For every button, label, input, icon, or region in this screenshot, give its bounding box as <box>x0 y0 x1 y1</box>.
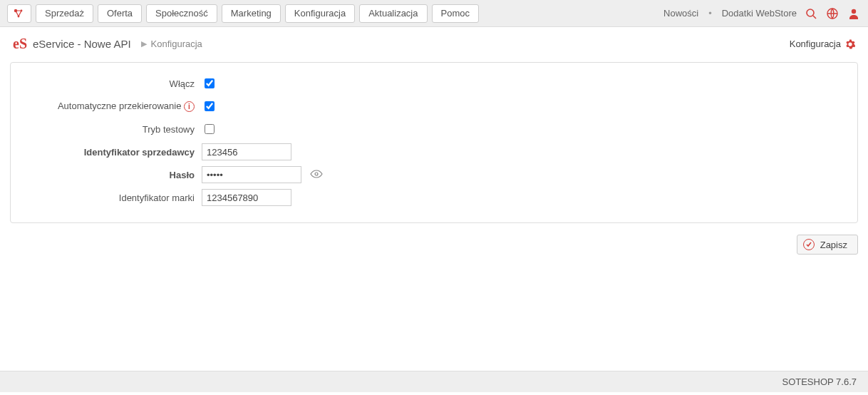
menu-item-pomoc[interactable]: Pomoc <box>432 4 479 23</box>
input-password[interactable] <box>202 166 301 183</box>
logo-icon <box>13 8 26 19</box>
menu-item-konfiguracja[interactable]: Konfiguracja <box>285 4 355 23</box>
menu-item-marketing[interactable]: Marketing <box>222 4 281 23</box>
row-password: Hasło <box>22 164 846 185</box>
row-merchant-id: Identyfikator sprzedawcy <box>22 141 846 163</box>
menu-item-sprzedaz[interactable]: Sprzedaż <box>36 4 93 23</box>
row-enable: Włącz <box>22 73 846 94</box>
svg-point-7 <box>315 173 318 175</box>
check-circle-icon <box>803 239 815 250</box>
topbar-right: Nowości • Dodatki WebStore <box>663 6 861 21</box>
label-test-mode: Tryb testowy <box>22 124 202 135</box>
info-icon[interactable]: i <box>184 101 195 112</box>
config-panel: Włącz Automatyczne przekierowanie i Tryb… <box>10 62 858 223</box>
menu-item-aktualizacja[interactable]: Aktualizacja <box>359 4 427 23</box>
row-brand-id: Identyfikator marki <box>22 187 846 208</box>
save-button[interactable]: Zapisz <box>797 235 858 255</box>
topbar: Sprzedaż Oferta Społeczność Marketing Ko… <box>0 0 868 27</box>
news-link[interactable]: Nowości <box>663 8 698 19</box>
separator-dot: • <box>706 8 715 19</box>
page-title: eService - Nowe API <box>33 38 131 50</box>
breadcrumb-sub: Konfiguracja <box>151 39 202 49</box>
eye-icon[interactable] <box>310 170 323 180</box>
row-test-mode: Tryb testowy <box>22 118 846 140</box>
breadcrumb-right: Konfiguracja <box>790 39 855 49</box>
label-merchant-id: Identyfikator sprzedawcy <box>22 147 202 158</box>
input-merchant-id[interactable] <box>202 143 291 160</box>
checkbox-enable[interactable] <box>205 78 215 88</box>
svg-line-4 <box>813 16 816 19</box>
input-brand-id[interactable] <box>202 189 291 206</box>
logo-button[interactable] <box>7 4 31 23</box>
label-auto-redirect: Automatyczne przekierowanie i <box>22 101 202 113</box>
svg-point-3 <box>807 9 814 16</box>
label-password: Hasło <box>22 170 202 180</box>
user-icon[interactable] <box>847 6 861 21</box>
checkbox-test-mode[interactable] <box>205 124 215 134</box>
actions-row: Zapisz <box>0 230 868 255</box>
label-auto-redirect-text: Automatyczne przekierowanie <box>58 101 181 111</box>
search-icon[interactable] <box>804 6 818 21</box>
menu-item-spolecznosc[interactable]: Społeczność <box>146 4 217 23</box>
chevron-right-icon: ▶ <box>141 39 147 48</box>
menu-item-oferta[interactable]: Oferta <box>98 4 142 23</box>
globe-icon[interactable] <box>825 6 839 21</box>
label-enable: Włącz <box>22 78 202 89</box>
save-label: Zapisz <box>820 240 847 250</box>
checkbox-auto-redirect[interactable] <box>205 101 215 111</box>
gear-icon[interactable] <box>845 39 855 49</box>
module-badge: eS <box>13 36 27 52</box>
label-brand-id: Identyfikator marki <box>22 193 202 203</box>
breadcrumb: eS eService - Nowe API ▶ Konfiguracja Ko… <box>0 27 868 59</box>
svg-point-6 <box>852 9 856 13</box>
webstore-link[interactable]: Dodatki WebStore <box>722 8 797 19</box>
config-label: Konfiguracja <box>790 39 841 49</box>
row-auto-redirect: Automatyczne przekierowanie i <box>22 96 846 117</box>
